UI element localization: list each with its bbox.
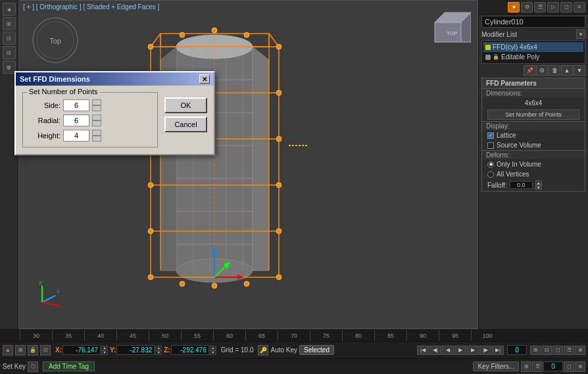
anim-next-key-btn[interactable]: |▶ <box>479 346 491 355</box>
modifier-item-poly[interactable]: 🔒 Editable Poly <box>483 52 583 62</box>
sidebar-tool-3[interactable]: ⊡ <box>3 32 16 45</box>
svg-point-44 <box>276 136 282 142</box>
ffd-parameters-panel: FFD Parameters Dimensions: 4x6x4 Set Num… <box>481 78 585 192</box>
ffd-set-number-button[interactable]: Set Number of Points <box>487 109 579 120</box>
ffd-all-vertices-label: All Vertices <box>497 171 529 178</box>
x-value-field[interactable] <box>62 345 101 355</box>
add-time-tag-button[interactable]: Add Time Tag <box>43 361 95 371</box>
set-ffd-dimensions-dialog[interactable]: Set FFD Dimensions ✕ Set Number of Point… <box>14 71 215 155</box>
sidebar-tool-2[interactable]: ⊞ <box>3 17 16 30</box>
sidebar-tool-4[interactable]: ⊟ <box>3 46 16 59</box>
key-icon[interactable]: 🔑 <box>258 345 268 356</box>
x-spin-up[interactable]: ▲ <box>101 346 108 350</box>
anim-end-btn[interactable]: ▶| <box>492 346 504 355</box>
br-icon-1[interactable]: ⊞ <box>521 361 531 372</box>
z-value-field[interactable] <box>171 345 209 355</box>
nav-cube-gizmo[interactable]: TOP <box>428 6 471 49</box>
sidebar-tool-5[interactable]: ⊠ <box>3 61 16 74</box>
left-sidebar: ◈ ⊞ ⊡ ⊟ ⊠ <box>0 0 18 329</box>
br-time-field[interactable]: 0 <box>543 361 563 371</box>
status-icon-3[interactable]: 🔒 <box>28 345 38 356</box>
time-field[interactable] <box>507 345 527 355</box>
status-icon-4[interactable]: ⊡ <box>40 345 51 356</box>
side-spin-up[interactable]: ▲ <box>92 99 101 105</box>
dialog-set-number-group: Set Number of Points Side: ▲ ▼ Radial: <box>22 92 158 147</box>
key-filters-button[interactable]: Key Filters... <box>473 361 519 371</box>
y-value-field[interactable] <box>116 345 155 355</box>
ffd-all-vertices-radio[interactable] <box>487 171 494 178</box>
status-icon-1[interactable]: ▲ <box>3 345 13 356</box>
anim-play-btn[interactable]: ▶ <box>454 346 466 355</box>
tick-55: 55 <box>181 330 213 342</box>
right-panel: ★ ⚙ ☰ ▷ ◻ ≡ Modifier List ▼ FFD(cyl) 4x <box>478 0 588 329</box>
mod-tool-up[interactable]: ▲ <box>561 65 573 76</box>
rs-icon-1[interactable]: ⊞ <box>530 346 541 355</box>
modifier-item-ffd[interactable]: FFD(cyl) 4x6x4 <box>483 42 583 52</box>
panel-icon-display[interactable]: ◻ <box>560 2 572 13</box>
dialog-radial-input[interactable] <box>63 115 89 126</box>
tick-75: 75 <box>310 330 342 342</box>
ffd-falloff-down[interactable]: ▼ <box>535 185 542 190</box>
anim-next-frame-btn[interactable]: ▶ <box>467 346 479 355</box>
object-name-field[interactable] <box>481 16 585 28</box>
axis-helper: Y Z X <box>32 279 65 312</box>
ffd-falloff-up[interactable]: ▲ <box>535 180 542 185</box>
dialog-side-row: Side: ▲ ▼ <box>31 99 149 111</box>
dialog-height-label: Height: <box>31 132 61 140</box>
ffd-dimensions-section: Dimensions: <box>482 88 585 97</box>
viewport: [ + ] [ Orthographic ] [ Shaded + Edged … <box>18 0 478 329</box>
rs-icon-4[interactable]: ☰ <box>564 346 574 355</box>
z-spin-down[interactable]: ▼ <box>210 350 216 355</box>
y-spin-up[interactable]: ▲ <box>155 346 162 350</box>
svg-text:X: X <box>59 304 63 309</box>
x-spin-down[interactable]: ▼ <box>101 350 108 355</box>
mod-tool-down[interactable]: ▼ <box>574 65 585 76</box>
y-spin-down[interactable]: ▼ <box>155 350 162 355</box>
dialog-cancel-button[interactable]: Cancel <box>164 117 207 132</box>
height-spin-down[interactable]: ▼ <box>92 136 101 142</box>
br-icon-3[interactable]: ◻ <box>564 361 574 372</box>
set-key-icon[interactable]: ⬡ <box>28 361 38 372</box>
panel-icon-star[interactable]: ★ <box>508 2 520 13</box>
br-icon-2[interactable]: ☰ <box>532 361 543 372</box>
radial-spin-down[interactable]: ▼ <box>92 120 101 126</box>
anim-prev-frame-btn[interactable]: ◀ <box>442 346 454 355</box>
dialog-action-buttons: OK Cancel <box>164 92 207 147</box>
ffd-lattice-checkbox[interactable]: ✓ <box>487 132 494 139</box>
z-spin-up[interactable]: ▲ <box>210 346 216 350</box>
mod-tool-delete[interactable]: 🗑 <box>549 65 560 76</box>
ffd-falloff-input[interactable] <box>510 181 533 189</box>
rs-icon-2[interactable]: ⊡ <box>541 346 552 355</box>
sidebar-tool-1[interactable]: ◈ <box>3 3 16 16</box>
rs-icon-5[interactable]: ⊕ <box>575 346 585 355</box>
auto-key-selected-badge[interactable]: Selected <box>299 345 334 355</box>
anim-start-btn[interactable]: |◀ <box>417 346 429 355</box>
mod-tool-settings[interactable]: ⚙ <box>536 65 548 76</box>
dialog-ok-button[interactable]: OK <box>164 97 207 113</box>
x-label: X: <box>55 346 62 354</box>
ffd-source-volume-checkbox[interactable] <box>487 142 494 149</box>
dialog-height-input[interactable] <box>63 130 89 142</box>
height-spin-up[interactable]: ▲ <box>92 130 101 136</box>
3d-object <box>85 14 348 317</box>
coord-z-group: Z: ▲ ▼ <box>164 345 216 355</box>
rs-icon-3[interactable]: ◻ <box>552 346 563 355</box>
panel-icon-utilities[interactable]: ≡ <box>574 2 585 13</box>
status-icon-2[interactable]: ⊞ <box>15 345 26 356</box>
dialog-close-button[interactable]: ✕ <box>199 74 210 84</box>
dialog-side-input[interactable] <box>63 99 89 111</box>
panel-icon-modify[interactable]: ⚙ <box>521 2 533 13</box>
ffd-only-in-volume-radio[interactable] <box>487 161 494 168</box>
anim-prev-key-btn[interactable]: ◀| <box>429 346 441 355</box>
panel-icon-hierarchy[interactable]: ☰ <box>534 2 546 13</box>
modifier-list-arrow[interactable]: ▼ <box>576 30 585 39</box>
radial-spin-up[interactable]: ▲ <box>92 115 101 120</box>
dialog-height-row: Height: ▲ ▼ <box>31 130 149 142</box>
br-icon-4[interactable]: ⊕ <box>575 361 585 372</box>
ffd-only-in-volume-row: Only In Volume <box>482 159 585 169</box>
dialog-title: Set FFD Dimensions <box>20 75 90 83</box>
side-spin-down[interactable]: ▼ <box>92 105 101 111</box>
panel-icon-motion[interactable]: ▷ <box>547 2 559 13</box>
mod-tool-pin[interactable]: 📌 <box>524 65 535 76</box>
svg-line-63 <box>42 302 59 306</box>
